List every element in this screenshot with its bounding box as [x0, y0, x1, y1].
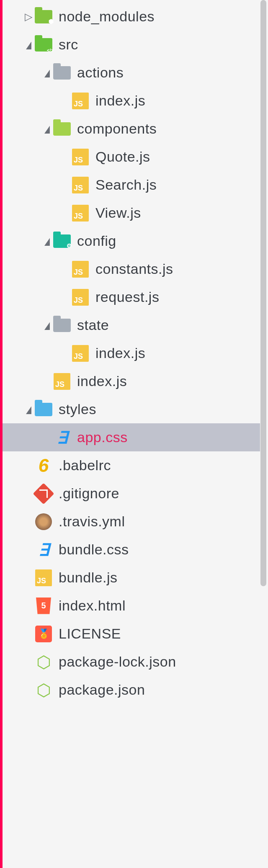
tree-row[interactable]: JSSearch.js — [3, 171, 260, 199]
tree-item-label: request.js — [95, 289, 159, 305]
tree-row[interactable]: 5index.html — [3, 592, 260, 620]
js-file-icon: JS — [71, 344, 90, 363]
js-file-icon: JS — [71, 204, 90, 222]
css-file-icon: ∃ — [53, 428, 71, 447]
tree-item-label: src — [59, 36, 78, 53]
tree-row[interactable]: .travis.yml — [3, 507, 260, 536]
tree-item-label: node_modules — [59, 8, 155, 25]
tree-item-label: LICENSE — [59, 626, 121, 642]
folder-icon — [53, 64, 71, 82]
tree-row[interactable]: JSindex.js — [3, 367, 260, 395]
tree-item-label: Search.js — [95, 177, 157, 193]
babel-file-icon: 6 — [34, 456, 53, 475]
folder-icon: </> — [34, 36, 53, 54]
tree-item-label: index.js — [95, 93, 145, 109]
disclosure-arrow-icon[interactable]: ◢ — [24, 404, 33, 415]
tree-row[interactable]: ◢</>src — [3, 31, 260, 59]
tree-item-label: state — [77, 317, 109, 333]
tree-row[interactable]: JSrequest.js — [3, 283, 260, 311]
js-file-icon: JS — [71, 260, 90, 278]
tree-item-label: config — [77, 233, 116, 249]
html-file-icon: 5 — [34, 597, 53, 615]
disclosure-arrow-icon[interactable]: ◢ — [43, 123, 51, 135]
license-file-icon: 🏅 — [34, 625, 53, 643]
tree-item-label: styles — [59, 401, 96, 417]
tree-row[interactable]: JSconstants.js — [3, 255, 260, 283]
tree-item-label: index.html — [59, 598, 126, 614]
js-file-icon: JS — [71, 92, 90, 110]
folder-icon — [53, 316, 71, 335]
git-file-icon — [34, 484, 53, 503]
js-file-icon: JS — [71, 288, 90, 307]
node-file-icon: ⬡ — [34, 681, 53, 699]
js-file-icon: JS — [34, 569, 53, 587]
tree-row[interactable]: JSQuote.js — [3, 143, 260, 171]
tree-item-label: index.js — [77, 373, 127, 389]
disclosure-arrow-icon[interactable]: ◢ — [43, 235, 51, 247]
scrollbar-thumb[interactable] — [260, 0, 266, 586]
js-file-icon: JS — [71, 176, 90, 194]
tree-item-label: actions — [77, 64, 124, 81]
tree-row[interactable]: ⬡package-lock.json — [3, 648, 260, 676]
folder-icon — [34, 400, 53, 419]
tree-item-label: constants.js — [95, 261, 173, 277]
tree-item-label: index.js — [95, 345, 145, 361]
tree-row[interactable]: ⬡package.json — [3, 676, 260, 704]
tree-item-label: View.js — [95, 205, 141, 221]
tree-item-label: components — [77, 121, 157, 137]
tree-item-label: Quote.js — [95, 149, 150, 165]
tree-item-label: .travis.yml — [59, 513, 125, 530]
tree-row[interactable]: ∃app.css — [3, 423, 260, 451]
tree-row[interactable]: ∃bundle.css — [3, 536, 260, 564]
tree-row[interactable]: JSindex.js — [3, 339, 260, 367]
file-tree: ▷⬢node_modules◢</>src◢actionsJSindex.js◢… — [3, 0, 260, 704]
travis-file-icon — [34, 513, 53, 531]
tree-item-label: bundle.js — [59, 569, 118, 586]
folder-icon: ⬢ — [34, 8, 53, 26]
tree-item-label: bundle.css — [59, 541, 129, 558]
js-file-icon: JS — [71, 148, 90, 166]
folder-icon: ⚙ — [53, 232, 71, 250]
tree-row[interactable]: JSindex.js — [3, 87, 260, 115]
disclosure-arrow-icon[interactable]: ▷ — [23, 11, 34, 23]
css-file-icon: ∃ — [34, 541, 53, 559]
disclosure-arrow-icon[interactable]: ◢ — [43, 319, 51, 331]
tree-item-label: package-lock.json — [59, 654, 176, 670]
js-file-icon: JS — [53, 372, 71, 391]
tree-row[interactable]: ◢⚙config — [3, 227, 260, 255]
node-file-icon: ⬡ — [34, 653, 53, 671]
tree-row[interactable]: JSbundle.js — [3, 564, 260, 592]
disclosure-arrow-icon[interactable]: ◢ — [43, 67, 51, 79]
tree-row[interactable]: ◢state — [3, 311, 260, 339]
tree-item-label: app.css — [77, 429, 128, 446]
tree-row[interactable]: ◢actions — [3, 59, 260, 87]
tree-row[interactable]: ▷⬢node_modules — [3, 3, 260, 31]
folder-icon — [53, 120, 71, 138]
tree-row[interactable]: 6.babelrc — [3, 451, 260, 479]
tree-item-label: package.json — [59, 682, 145, 698]
tree-row[interactable]: .gitignore — [3, 479, 260, 507]
tree-row[interactable]: 🏅LICENSE — [3, 620, 260, 648]
disclosure-arrow-icon[interactable]: ◢ — [24, 39, 33, 51]
tree-item-label: .babelrc — [59, 457, 111, 474]
tree-item-label: .gitignore — [59, 485, 119, 502]
tree-row[interactable]: ◢styles — [3, 395, 260, 423]
tree-row[interactable]: ◢components — [3, 115, 260, 143]
tree-row[interactable]: JSView.js — [3, 199, 260, 227]
